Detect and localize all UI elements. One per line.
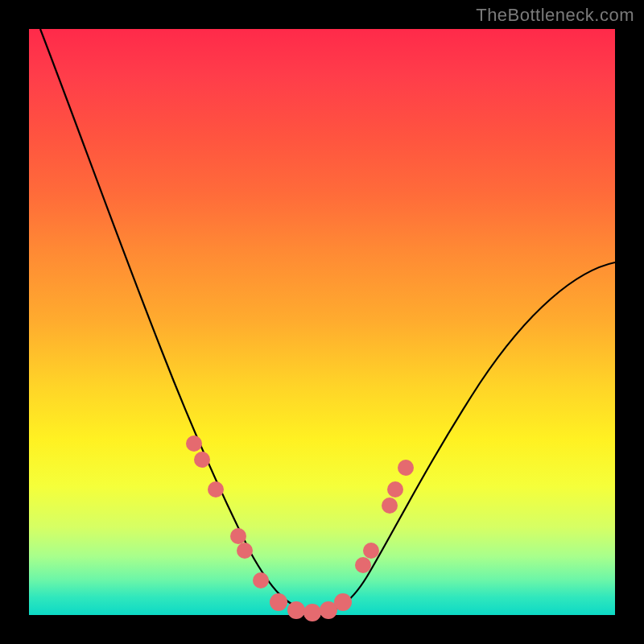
dot (208, 481, 224, 497)
dot (253, 572, 269, 588)
dot (230, 528, 246, 544)
watermark-text: TheBottleneck.com (476, 5, 634, 26)
dot (334, 593, 352, 611)
dot (303, 604, 321, 621)
marker-dots (186, 436, 414, 621)
dot (363, 543, 379, 559)
dot (398, 460, 414, 476)
dot (186, 436, 202, 452)
dot (270, 593, 287, 611)
dot (287, 601, 305, 619)
dot (237, 543, 253, 559)
plot-area (29, 29, 615, 615)
bottleneck-curve-svg (29, 29, 615, 615)
chart-frame: TheBottleneck.com (0, 0, 644, 644)
dot (387, 481, 403, 497)
dot (355, 557, 371, 573)
dot (382, 497, 398, 514)
dot (194, 452, 210, 468)
bottleneck-curve (40, 29, 615, 613)
